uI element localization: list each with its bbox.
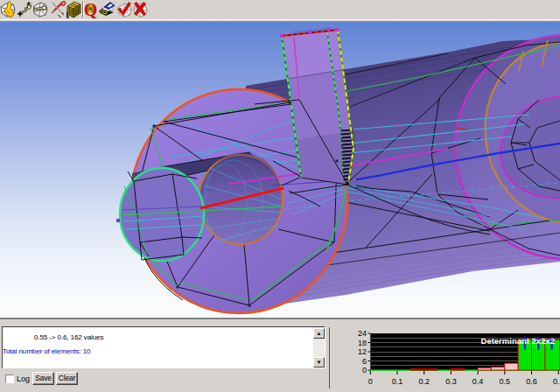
svg-text:0: 0 xyxy=(362,366,367,374)
svg-text:0.4: 0.4 xyxy=(472,377,484,386)
svg-text:0.7: 0.7 xyxy=(553,377,560,386)
svg-text:6: 6 xyxy=(362,357,367,366)
svg-text:0: 0 xyxy=(368,377,373,386)
svg-text:0.2: 0.2 xyxy=(418,377,430,386)
svg-text:0.6: 0.6 xyxy=(526,377,537,386)
svg-text:0.5: 0.5 xyxy=(500,377,511,386)
svg-text:Determinant 2x2x2: Determinant 2x2x2 xyxy=(481,336,555,346)
svg-text:12: 12 xyxy=(358,347,367,356)
svg-text:0.3: 0.3 xyxy=(445,377,457,386)
svg-text:18: 18 xyxy=(358,339,367,347)
svg-text:24: 24 xyxy=(358,329,367,338)
svg-text:0.1: 0.1 xyxy=(392,377,403,386)
